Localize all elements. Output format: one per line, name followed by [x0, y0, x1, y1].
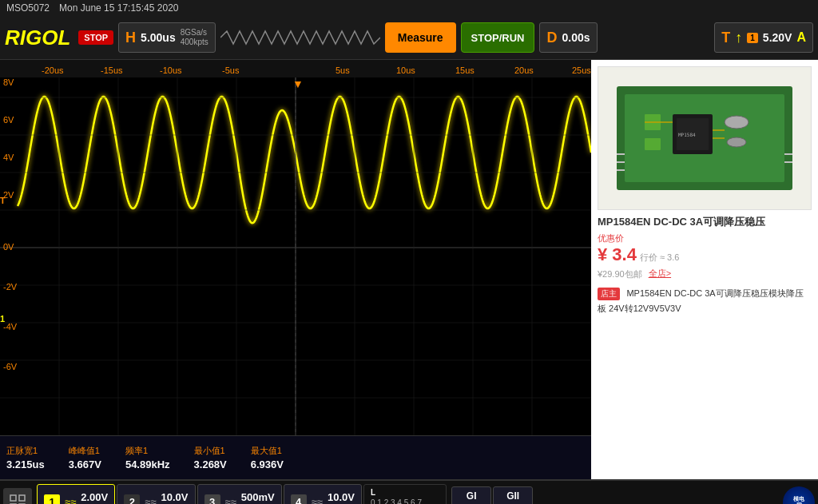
gii-button[interactable]: GII ∿	[493, 486, 533, 505]
t-marker: T	[0, 196, 6, 205]
stoprun-button[interactable]: STOP/RUN	[461, 22, 535, 53]
product-shipping-row: ¥29.90包邮 全店>	[598, 267, 812, 280]
ch2-voltage: 10.0V	[161, 491, 189, 503]
logic-section[interactable]: L 0 1 2 3 4 5 6 7 8 9 1011 12131415	[363, 484, 447, 504]
meas-value: 54.89kHz	[125, 458, 170, 470]
memory-depth: 400kpts	[181, 38, 208, 47]
volt-neg4v: -4V	[3, 322, 17, 331]
gi-button[interactable]: GI ∿	[451, 486, 491, 505]
ch4-button[interactable]: 4 ≈≈ 10.0V 0.00V	[284, 484, 362, 505]
logic-label: L	[371, 488, 439, 497]
product-price-new: ¥ 3.4	[598, 244, 637, 265]
svg-rect-27	[645, 138, 661, 150]
scope-screen: -20us -15us -10us -5us 5us 10us 15us 20u…	[0, 60, 591, 435]
waveform-svg	[220, 30, 380, 46]
ch2-wave-icon: ≈≈	[145, 496, 156, 504]
waveform-canvas	[0, 60, 591, 435]
volt-4v: 4V	[3, 153, 14, 162]
time-10: 10us	[396, 65, 415, 75]
measurement-item: 正脉宽1 3.215us	[6, 445, 45, 470]
volt-neg6v: -6V	[3, 362, 17, 371]
model-label: MSO5072	[6, 2, 50, 14]
product-discount-label: 优惠价	[598, 232, 812, 244]
ch3-num: 3	[204, 494, 220, 505]
measure-button[interactable]: Measure	[385, 22, 456, 53]
product-tag: 店主	[598, 288, 620, 300]
measurements-bar: 正脉宽1 3.215us 峰峰值1 3.667V 频率1 54.89kHz 最小…	[0, 435, 591, 479]
ch4-num: 4	[291, 494, 307, 505]
meas-value: 6.936V	[251, 458, 284, 470]
trigger-group: T ↑ 1 5.20V A	[714, 22, 813, 53]
delay-value: 0.00s	[562, 31, 590, 44]
product-card: MP1584 MP1584EN DC-DC 3A可调降压稳压 优惠价 ¥ 3.4…	[591, 60, 818, 322]
volt-0v: 0V	[3, 242, 14, 252]
meas-label: 正脉宽1	[6, 445, 45, 457]
rigol-logo: RIGOL	[5, 26, 70, 50]
main-area: -20us -15us -10us -5us 5us 10us 15us 20u…	[0, 60, 818, 479]
grid-icon	[10, 494, 26, 505]
ch2-num: 2	[124, 494, 140, 505]
svg-point-25	[727, 137, 746, 147]
meas-label: 最小值1	[194, 445, 227, 457]
product-desc: MP1584EN DC-DC 3A可调降压稳压模块降压板 24V转12V9V5V…	[598, 288, 804, 313]
waveform-preview	[220, 22, 380, 53]
svg-rect-37	[10, 495, 16, 501]
logic-digits-1: 0 1 2 3 4 5 6 7	[371, 498, 439, 504]
left-panel: -20us -15us -10us -5us 5us 10us 15us 20u…	[0, 60, 591, 479]
h-label: H	[125, 30, 136, 46]
time-axis: -20us -15us -10us -5us 5us 10us 15us 20u…	[0, 62, 591, 78]
volt-6v: 6V	[3, 115, 14, 125]
time-25: 25us	[572, 65, 591, 75]
ch2-button[interactable]: 2 ≈≈ 10.0V 0.00V	[117, 484, 195, 505]
time-neg5: -5us	[222, 65, 239, 75]
volt-neg2v: -2V	[3, 282, 17, 292]
svg-rect-38	[19, 495, 25, 501]
toolbar: RIGOL STOP H 5.00us 8GSa/s 400kpts Measu…	[0, 16, 818, 60]
product-desc-row: 店主 MP1584EN DC-DC 3A可调降压稳压模块降压板 24V转12V9…	[598, 285, 812, 315]
product-price-row: ¥ 3.4 行价 ≈ 3.6	[598, 244, 812, 265]
time-15: 15us	[455, 65, 475, 75]
meas-value: 3.215us	[6, 458, 45, 470]
grid-button[interactable]	[3, 488, 32, 505]
ch2-info: 10.0V 0.00V	[161, 491, 189, 504]
ch3-button[interactable]: 3 ≈≈ 500mV 0.00V	[197, 484, 282, 505]
stop-badge[interactable]: STOP	[78, 30, 113, 45]
ch3-voltage: 500mV	[241, 491, 275, 503]
timebase-group: H 5.00us 8GSa/s 400kpts	[118, 22, 216, 53]
meas-label: 最大值1	[251, 445, 284, 457]
measurement-item: 最大值1 6.936V	[251, 445, 284, 470]
trig-arrow-icon: ↑	[735, 30, 742, 46]
right-panel: MP1584 MP1584EN DC-DC 3A可调降压稳压 优惠价 ¥ 3.4…	[591, 60, 818, 479]
time-5: 5us	[336, 65, 350, 75]
meas-value: 3.268V	[194, 458, 227, 470]
ch1-voltage: 2.00V	[81, 491, 108, 503]
gii-label: GII	[506, 490, 519, 502]
a-label: A	[796, 30, 806, 45]
product-full-link[interactable]: 全店>	[649, 268, 671, 280]
sample-rate: 8GSa/s	[181, 28, 208, 38]
ch3-info: 500mV 0.00V	[241, 491, 275, 504]
ch3-wave-icon: ≈≈	[225, 496, 236, 504]
product-title: MP1584EN DC-DC 3A可调降压稳压	[598, 215, 812, 229]
product-image[interactable]: MP1584	[598, 66, 812, 210]
ch1-info: 2.00V 0.00V	[81, 491, 108, 504]
svg-point-24	[725, 116, 749, 129]
logo-circle: 模电网	[783, 486, 815, 505]
timebase-value: 5.00us	[141, 31, 176, 44]
status-bar: MSO5072 Mon June 15 17:15:45 2020	[0, 0, 818, 16]
ch1-num: 1	[44, 494, 60, 505]
time-20: 20us	[514, 65, 534, 75]
meas-value: 3.667V	[69, 458, 101, 470]
datetime-label: Mon June 15 17:15:45 2020	[59, 2, 178, 14]
t-label: T	[721, 30, 730, 46]
channel-bar: 1 ≈≈ 2.00V 0.00V 2 ≈≈ 10.0V 0.00V 3 ≈≈ 5…	[0, 479, 818, 504]
measurement-item: 峰峰值1 3.667V	[69, 445, 101, 470]
meas-label: 峰峰值1	[69, 445, 101, 457]
product-svg: MP1584	[601, 70, 808, 206]
product-price-orig: ¥29.90包邮	[598, 268, 642, 280]
ch4-voltage: 10.0V	[328, 491, 355, 503]
ch1-marker: 1	[0, 314, 5, 323]
measurement-item: 最小值1 3.268V	[194, 445, 227, 470]
ch1-wave-icon: ≈≈	[65, 496, 76, 504]
ch1-button[interactable]: 1 ≈≈ 2.00V 0.00V	[37, 484, 115, 505]
